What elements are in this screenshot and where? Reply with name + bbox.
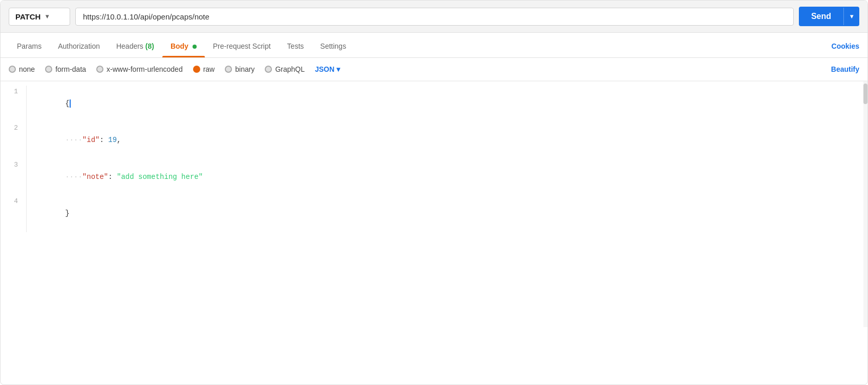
- radio-graphql: [265, 66, 272, 73]
- body-type-none[interactable]: none: [9, 65, 35, 73]
- method-label: PATCH: [15, 12, 40, 21]
- line-number-1: 1: [1, 86, 26, 97]
- line-content-1: {: [26, 86, 867, 122]
- code-editor[interactable]: 1 { 2 ····"id": 19, 3 ····"note": "add s…: [1, 81, 867, 327]
- headers-badge: (8): [145, 42, 154, 50]
- body-active-dot: [193, 45, 197, 49]
- line-number-4: 4: [1, 196, 26, 207]
- code-line-1: 1 {: [1, 86, 867, 122]
- code-line-3: 3 ····"note": "add something here": [1, 159, 867, 195]
- body-type-graphql[interactable]: GraphQL: [265, 65, 305, 73]
- code-line-4: 4 }: [1, 195, 867, 232]
- json-type-selector[interactable]: JSON ▾: [315, 65, 340, 73]
- radio-binary: [225, 66, 232, 73]
- radio-form-data: [45, 66, 52, 73]
- beautify-button[interactable]: Beautify: [831, 65, 859, 73]
- body-type-urlencoded[interactable]: x-www-form-urlencoded: [96, 65, 183, 73]
- code-line-2: 2 ····"id": 19,: [1, 122, 867, 158]
- line-content-3: ····"note": "add something here": [26, 159, 867, 195]
- body-type-selector: none form-data x-www-form-urlencoded raw…: [1, 58, 867, 81]
- tab-pre-request-script[interactable]: Pre-request Script: [205, 33, 279, 57]
- tabs-bar: Params Authorization Headers (8) Body Pr…: [1, 33, 867, 58]
- radio-urlencoded: [96, 66, 103, 73]
- tab-authorization[interactable]: Authorization: [50, 33, 108, 57]
- code-lines: 1 { 2 ····"id": 19, 3 ····"note": "add s…: [1, 82, 867, 236]
- line-content-2: ····"id": 19,: [26, 122, 867, 158]
- tab-headers[interactable]: Headers (8): [108, 33, 162, 57]
- method-selector[interactable]: PATCH ▾: [9, 8, 70, 26]
- json-chevron-icon: ▾: [336, 65, 340, 73]
- radio-raw: [193, 66, 200, 73]
- method-chevron-icon: ▾: [46, 13, 49, 20]
- line-content-4: }: [26, 195, 867, 232]
- tab-settings[interactable]: Settings: [312, 33, 354, 57]
- send-button[interactable]: Send ▾: [799, 7, 859, 26]
- cookies-button[interactable]: Cookies: [832, 33, 859, 57]
- line-number-3: 3: [1, 159, 26, 171]
- body-type-binary[interactable]: binary: [225, 65, 255, 73]
- url-input[interactable]: [75, 8, 794, 26]
- body-type-raw[interactable]: raw: [193, 65, 215, 73]
- scrollbar-thumb[interactable]: [863, 84, 867, 104]
- vertical-scrollbar[interactable]: [863, 82, 867, 327]
- body-type-form-data[interactable]: form-data: [45, 65, 86, 73]
- line-number-2: 2: [1, 123, 26, 134]
- radio-none: [9, 66, 16, 73]
- url-bar: PATCH ▾ Send ▾: [1, 1, 867, 33]
- send-label: Send: [799, 7, 843, 26]
- send-chevron-icon: ▾: [843, 8, 859, 25]
- tab-params[interactable]: Params: [9, 33, 50, 57]
- tab-body[interactable]: Body: [162, 33, 205, 57]
- tab-tests[interactable]: Tests: [279, 33, 312, 57]
